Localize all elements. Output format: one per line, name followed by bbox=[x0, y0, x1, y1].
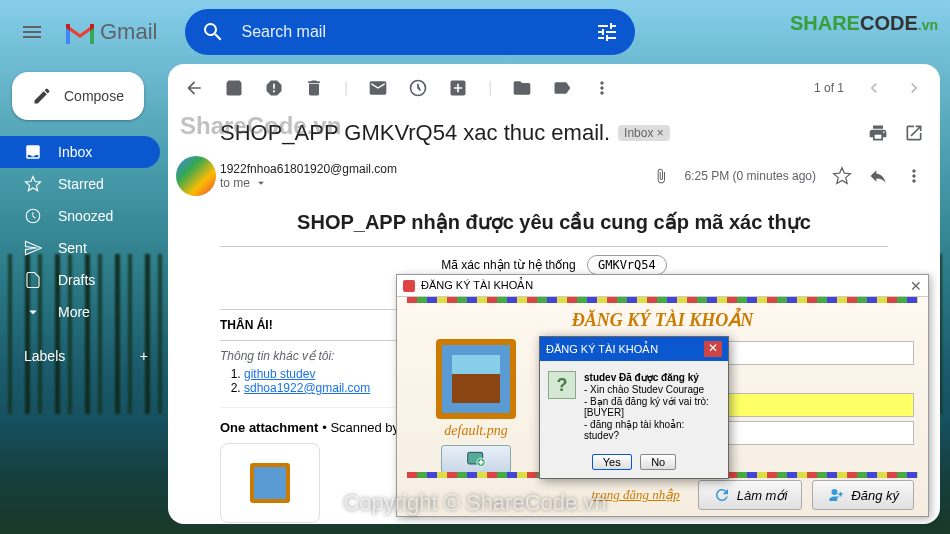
more-vert-button[interactable] bbox=[904, 166, 924, 186]
main-menu-button[interactable] bbox=[8, 8, 56, 56]
gmail-header: Gmail SHARECODE.vn bbox=[0, 0, 950, 64]
search-icon bbox=[201, 20, 225, 44]
refresh-button[interactable]: Làm mới bbox=[698, 480, 803, 510]
compose-button[interactable]: Compose bbox=[12, 72, 144, 120]
email-toolbar: | | 1 of 1 bbox=[168, 64, 940, 112]
app-close-button[interactable]: ✕ bbox=[910, 278, 922, 294]
chevron-down-icon bbox=[254, 176, 268, 190]
dialog-message: studev Đã được đăng ký - Xin chào Studev… bbox=[584, 371, 720, 442]
inbox-tag[interactable]: Inbox × bbox=[618, 125, 670, 141]
page-info: 1 of 1 bbox=[814, 81, 844, 95]
mark-unread-button[interactable] bbox=[368, 78, 388, 98]
labels-button[interactable] bbox=[552, 78, 572, 98]
verify-code: GMKVrQ54 bbox=[587, 255, 667, 275]
sidebar: Compose Inbox Starred Snoozed Sent Draft… bbox=[0, 64, 160, 372]
more-button[interactable] bbox=[592, 78, 612, 98]
spam-button[interactable] bbox=[264, 78, 284, 98]
verify-line: Mã xác nhận từ hệ thống GMKVrQ54 bbox=[220, 255, 888, 275]
add-label-button[interactable]: + bbox=[140, 348, 148, 364]
sharecode-logo: SHARECODE.vn bbox=[790, 12, 938, 35]
sidebar-item-more[interactable]: More bbox=[0, 296, 160, 328]
body-title: SHOP_APP nhận được yêu cầu cung cấp mã x… bbox=[220, 210, 888, 234]
prev-button[interactable] bbox=[864, 78, 884, 98]
back-button[interactable] bbox=[184, 78, 204, 98]
send-icon bbox=[24, 239, 42, 257]
attachment-count: One attachment bbox=[220, 420, 318, 435]
hamburger-icon bbox=[20, 20, 44, 44]
gmail-text: Gmail bbox=[100, 19, 157, 45]
star-button[interactable] bbox=[832, 166, 852, 186]
gmail-m-icon bbox=[64, 20, 96, 44]
pencil-icon bbox=[32, 86, 52, 106]
sidebar-item-inbox[interactable]: Inbox bbox=[0, 136, 160, 168]
user-plus-icon bbox=[827, 486, 845, 504]
app-titlebar[interactable]: ĐĂNG KÝ TÀI KHOẢN ✕ bbox=[397, 275, 928, 297]
dialog-no-button[interactable]: No bbox=[640, 454, 676, 470]
app-icon bbox=[403, 280, 415, 292]
svg-point-4 bbox=[832, 489, 838, 495]
register-button[interactable]: Đăng ký bbox=[812, 480, 914, 510]
file-icon bbox=[24, 271, 42, 289]
timestamp: 6:25 PM (0 minutes ago) bbox=[685, 169, 816, 183]
sender-email: 1922fnhoa61801920@gmail.com bbox=[220, 162, 397, 176]
sidebar-item-drafts[interactable]: Drafts bbox=[0, 264, 160, 296]
search-input[interactable] bbox=[241, 23, 579, 41]
image-picker-button[interactable] bbox=[441, 445, 511, 473]
compose-label: Compose bbox=[64, 88, 124, 104]
sidebar-item-starred[interactable]: Starred bbox=[0, 168, 160, 200]
sender-avatar bbox=[176, 156, 216, 196]
print-button[interactable] bbox=[868, 123, 888, 143]
painting-icon bbox=[250, 463, 290, 503]
default-png-label: default.png bbox=[411, 423, 541, 439]
login-link[interactable]: trang đăng nhập bbox=[592, 487, 680, 503]
tune-icon[interactable] bbox=[595, 20, 619, 44]
default-image bbox=[436, 339, 516, 419]
link-github[interactable]: github studev bbox=[244, 367, 315, 381]
next-button[interactable] bbox=[904, 78, 924, 98]
dialog-close-button[interactable]: ✕ bbox=[704, 341, 722, 357]
email-meta: 1922fnhoa61801920@gmail.com to me 6:25 P… bbox=[168, 154, 940, 198]
star-icon bbox=[24, 175, 42, 193]
dialog-titlebar[interactable]: ĐĂNG KÝ TÀI KHOẢN ✕ bbox=[540, 337, 728, 361]
search-bar[interactable] bbox=[185, 9, 635, 55]
inbox-icon bbox=[24, 143, 42, 161]
email-subject: SHOP_APP GMKVrQ54 xac thuc email. Inbox … bbox=[168, 112, 868, 154]
question-icon: ? bbox=[548, 371, 576, 399]
refresh-icon bbox=[713, 486, 731, 504]
reply-icon-button[interactable] bbox=[868, 166, 888, 186]
app-title: ĐĂNG KÝ TÀI KHOẢN bbox=[411, 309, 914, 331]
gmail-logo[interactable]: Gmail bbox=[64, 19, 157, 45]
delete-button[interactable] bbox=[304, 78, 324, 98]
clock-icon bbox=[24, 207, 42, 225]
sidebar-item-snoozed[interactable]: Snoozed bbox=[0, 200, 160, 232]
attachment-thumbnail[interactable] bbox=[220, 443, 320, 523]
snooze-button[interactable] bbox=[408, 78, 428, 98]
add-task-button[interactable] bbox=[448, 78, 468, 98]
attachment-icon bbox=[653, 168, 669, 184]
labels-header: Labels + bbox=[0, 340, 160, 372]
popout-button[interactable] bbox=[904, 123, 924, 143]
sidebar-item-sent[interactable]: Sent bbox=[0, 232, 160, 264]
confirm-dialog: ĐĂNG KÝ TÀI KHOẢN ✕ ? studev Đã được đăn… bbox=[539, 336, 729, 479]
image-plus-icon bbox=[464, 449, 488, 469]
dialog-yes-button[interactable]: Yes bbox=[592, 454, 632, 470]
to-line[interactable]: to me bbox=[220, 176, 397, 190]
chevron-down-icon bbox=[24, 303, 42, 321]
archive-button[interactable] bbox=[224, 78, 244, 98]
link-email[interactable]: sdhoa1922@gmail.com bbox=[244, 381, 370, 395]
move-to-button[interactable] bbox=[512, 78, 532, 98]
